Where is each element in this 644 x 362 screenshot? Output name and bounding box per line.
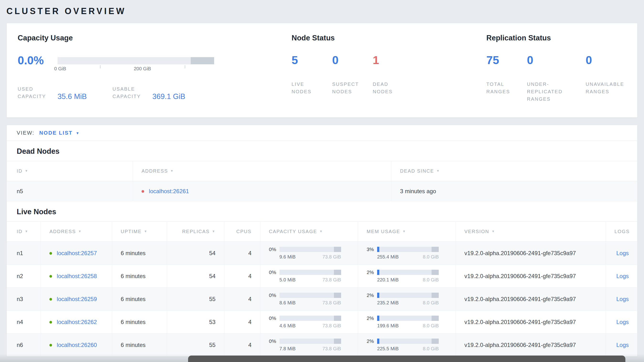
node-cpus: 4: [224, 333, 260, 356]
node-replicas: 54: [167, 242, 224, 265]
logs-link[interactable]: Logs: [616, 296, 629, 302]
node-live-status-icon: [50, 298, 52, 301]
memory-bar: [377, 338, 439, 344]
node-address-link[interactable]: localhost:26259: [57, 296, 97, 302]
cluster-overview-page: CLUSTER OVERVIEW Capacity Usage 0.0% 0 G…: [0, 0, 644, 357]
col-uptime[interactable]: UPTIME▼: [112, 222, 167, 242]
total-ranges-metric: 75 TOTAL RANGES: [486, 54, 514, 103]
under-replicated-ranges-metric: 0 UNDER-REPLICATED RANGES: [527, 54, 572, 103]
col-version[interactable]: VERSION▼: [456, 222, 606, 242]
axis-tick-label: 200 GiB: [134, 66, 151, 72]
node-id: n3: [7, 288, 41, 311]
node-address-link[interactable]: localhost:26257: [57, 250, 97, 256]
node-mem-usage: 3% 255.4 MiB8.0 GiB: [358, 242, 456, 265]
usable-capacity-value: 369.1 GiB: [152, 92, 185, 101]
table-row: n3 localhost:26259 6 minutes 55 4 0% 8.6…: [7, 288, 637, 311]
capacity-bar-reserved-segment: [191, 57, 214, 64]
node-logs-cell: Logs: [606, 265, 637, 288]
capacity-bar: [280, 270, 341, 275]
node-status-section: Node Status 5 LIVE NODES 0 SUSPECT NODES…: [292, 34, 486, 107]
sort-icon: ▼: [144, 230, 148, 233]
node-version: v19.2.0-alpha.20190606-2491-gfe735c9a97: [456, 333, 606, 356]
dead-nodes-metric: 1 DEAD NODES: [373, 54, 400, 95]
node-logs-cell: Logs: [606, 311, 637, 333]
view-label: VIEW:: [17, 130, 34, 136]
dock-hint: [188, 355, 626, 362]
table-row: n4 localhost:26262 6 minutes 53 4 0% 4.6…: [7, 311, 637, 333]
usable-capacity-stat: USABLE CAPACITY 369.1 GiB: [112, 85, 185, 100]
sort-icon: ▼: [78, 230, 82, 233]
used-capacity-label: USED CAPACITY: [18, 85, 58, 100]
live-nodes-label: LIVE NODES: [292, 81, 318, 95]
sort-icon: ▼: [25, 169, 28, 173]
node-uptime: 6 minutes: [112, 311, 167, 333]
capacity-usage-title: Capacity Usage: [18, 34, 292, 42]
node-address-link[interactable]: localhost:26262: [57, 319, 97, 325]
node-address-link[interactable]: localhost:26258: [57, 273, 97, 279]
logs-link[interactable]: Logs: [616, 250, 629, 256]
under-replicated-ranges-label: UNDER-REPLICATED RANGES: [527, 81, 572, 103]
col-capacity-usage[interactable]: CAPACITY USAGE▼: [260, 222, 358, 242]
axis-tick: [185, 65, 185, 68]
unavailable-ranges-label: UNAVAILABLE RANGES: [586, 81, 624, 95]
used-capacity-stat: USED CAPACITY 35.6 MiB: [18, 85, 87, 100]
node-cpus: 4: [224, 265, 260, 288]
dead-col-id[interactable]: ID▼: [7, 161, 133, 181]
col-cpus: CPUS: [224, 222, 260, 242]
node-address-cell: localhost:26257: [41, 242, 112, 265]
live-nodes-title: Live Nodes: [7, 208, 637, 216]
node-cpus: 4: [224, 288, 260, 311]
dead-col-dead-since[interactable]: DEAD SINCE▼: [392, 161, 637, 181]
capacity-bar: [280, 338, 341, 344]
node-uptime: 6 minutes: [112, 288, 167, 311]
logs-link[interactable]: Logs: [616, 319, 629, 325]
capacity-bar-wrap: 0 GiB 200 GiB: [58, 54, 214, 72]
table-header-row: ID▼ ADDRESS▼ DEAD SINCE▼: [7, 161, 637, 181]
node-mem-usage: 2% 235.2 MiB8.0 GiB: [358, 288, 456, 311]
axis-tick: [100, 65, 100, 68]
chevron-down-icon: ▼: [76, 131, 80, 135]
node-version: v19.2.0-alpha.20190606-2491-gfe735c9a97: [456, 265, 606, 288]
node-address-cell: localhost:26260: [41, 333, 112, 356]
col-mem-usage[interactable]: MEM USAGE▼: [358, 222, 456, 242]
capacity-bar-axis: 0 GiB 200 GiB: [58, 64, 214, 72]
node-list-panel: VIEW: NODE LIST ▼ Dead Nodes ID▼ ADDRESS…: [6, 125, 638, 357]
node-address-cell: localhost:26259: [41, 288, 112, 311]
table-row: n5 localhost:26261 3 minutes ago: [7, 181, 637, 201]
live-nodes-table: ID▼ ADDRESS▼ UPTIME▼ REPLICAS▼ CPUS CAPA…: [7, 221, 637, 356]
node-capacity-usage: 0% 8.6 MiB73.8 GiB: [260, 288, 358, 311]
total-ranges-count: 75: [486, 54, 514, 66]
node-mem-usage: 2% 225.5 MiB8.0 GiB: [358, 333, 456, 356]
dead-col-address[interactable]: ADDRESS▼: [133, 161, 391, 181]
node-address-link[interactable]: localhost:26261: [149, 188, 189, 194]
node-logs-cell: Logs: [606, 333, 637, 356]
usable-capacity-label: USABLE CAPACITY: [112, 85, 152, 100]
col-address[interactable]: ADDRESS▼: [41, 222, 112, 242]
sort-icon: ▼: [212, 230, 216, 233]
node-id: n6: [7, 333, 41, 356]
live-nodes-count: 5: [292, 54, 319, 66]
node-replicas: 54: [167, 265, 224, 288]
view-bar: VIEW: NODE LIST ▼: [7, 125, 637, 141]
logs-link[interactable]: Logs: [616, 342, 629, 348]
live-nodes-metric: 5 LIVE NODES: [292, 54, 319, 95]
node-dead-since: 3 minutes ago: [392, 181, 637, 201]
node-address-link[interactable]: localhost:26260: [57, 342, 97, 348]
sort-icon: ▼: [436, 169, 440, 173]
table-header-row: ID▼ ADDRESS▼ UPTIME▼ REPLICAS▼ CPUS CAPA…: [7, 222, 637, 242]
node-uptime: 6 minutes: [112, 265, 167, 288]
logs-link[interactable]: Logs: [616, 273, 629, 279]
dead-nodes-title: Dead Nodes: [7, 147, 637, 156]
view-selector[interactable]: NODE LIST ▼: [39, 130, 80, 136]
page-title: CLUSTER OVERVIEW: [6, 6, 638, 16]
node-address-cell: localhost:26261: [133, 181, 391, 201]
memory-bar: [377, 247, 439, 252]
node-replicas: 53: [167, 311, 224, 333]
total-ranges-label: TOTAL RANGES: [486, 81, 513, 95]
node-id: n4: [7, 311, 41, 333]
node-capacity-usage: 0% 4.6 MiB73.8 GiB: [260, 311, 358, 333]
col-id[interactable]: ID▼: [7, 222, 41, 242]
col-replicas[interactable]: REPLICAS▼: [167, 222, 224, 242]
node-id: n5: [7, 181, 133, 201]
dead-nodes-count: 1: [373, 54, 400, 66]
